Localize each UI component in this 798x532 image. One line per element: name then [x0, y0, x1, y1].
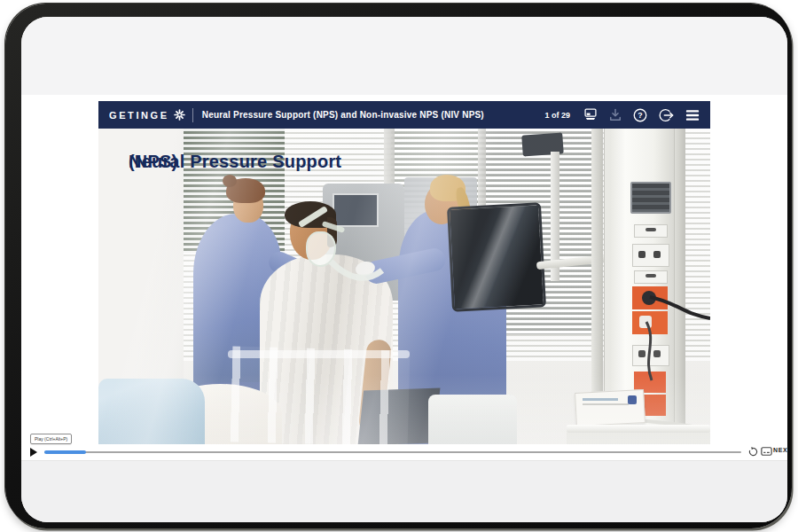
shelf	[567, 425, 710, 433]
monitor-glare	[450, 205, 544, 309]
glove-box-size-badge	[628, 395, 637, 404]
play-tooltip: Play (Ctrl+Alt+P)	[30, 434, 72, 444]
replay-icon[interactable]	[748, 447, 758, 457]
socket-dot	[638, 350, 645, 357]
column-rail	[675, 129, 685, 444]
exit-icon[interactable]	[659, 108, 674, 122]
nurse-left-hair-bun	[223, 175, 237, 187]
socket-dot	[638, 251, 645, 258]
bedside-monitor	[447, 202, 546, 311]
ventilator-screen	[332, 193, 379, 227]
help-icon[interactable]: ?	[633, 108, 647, 122]
plug	[639, 316, 652, 328]
glove-box-label	[583, 398, 618, 401]
column-vent-panel	[630, 182, 671, 214]
browser-top-area	[21, 17, 787, 95]
bed-rail	[228, 350, 410, 358]
socket-dot	[653, 350, 661, 357]
bed-headboard	[98, 379, 205, 444]
slide-title-line2: (NPS)	[129, 150, 177, 173]
getinge-logo: GETINGE	[109, 110, 169, 121]
page-indicator: 1 of 29	[544, 111, 570, 120]
presentation-screen-icon[interactable]	[583, 108, 598, 121]
shelf-edge	[567, 433, 710, 444]
header-divider	[192, 108, 193, 122]
next-button[interactable]: NEXT ›	[773, 447, 787, 453]
getinge-asterisk-icon	[174, 109, 185, 121]
menu-icon[interactable]	[685, 109, 700, 121]
viewer-header: GETINGE Neural Pressure Support (NPS) an…	[98, 101, 710, 129]
next-label: NEXT	[773, 447, 787, 453]
bed-footboard	[428, 395, 517, 444]
tablet-frame: GETINGE Neural Pressure Support (NPS) an…	[5, 4, 792, 528]
socket-slot	[645, 274, 656, 278]
screen: GETINGE Neural Pressure Support (NPS) an…	[21, 17, 787, 522]
glove-box-label	[583, 403, 629, 405]
page-footer-area	[21, 460, 787, 522]
course-viewer: GETINGE Neural Pressure Support (NPS) an…	[98, 101, 710, 444]
slide-canvas: Neural Pressure Support (NPS)	[98, 129, 710, 444]
download-icon[interactable]	[609, 108, 622, 121]
socket-slot	[645, 228, 656, 231]
captions-icon[interactable]	[761, 447, 772, 456]
play-button[interactable]	[30, 448, 37, 457]
socket-dot	[653, 251, 661, 258]
socket-hole	[642, 291, 656, 305]
bed-rails-reflection	[231, 346, 411, 444]
seek-bar[interactable]	[44, 451, 741, 453]
seek-bar-progress	[44, 450, 86, 454]
svg-text:?: ?	[638, 111, 642, 120]
course-title: Neural Pressure Support (NPS) and Non-in…	[202, 110, 545, 120]
